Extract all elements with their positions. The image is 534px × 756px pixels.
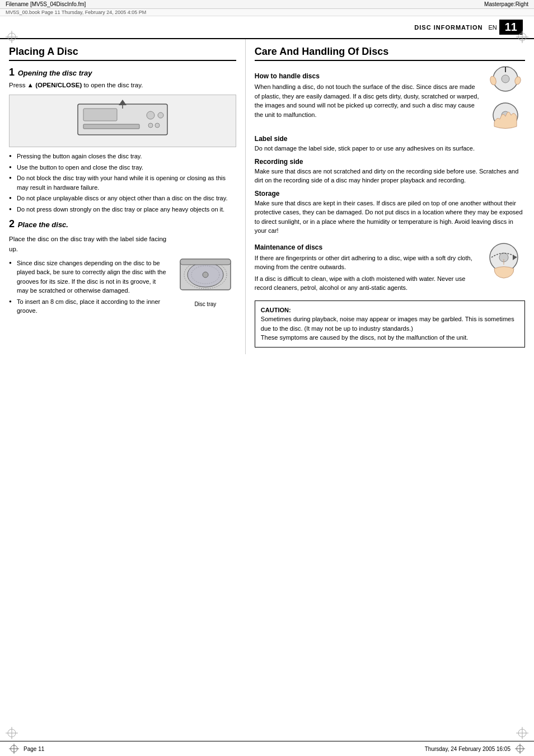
- step1-bullet-3: Do not block the disc tray with your han…: [9, 173, 236, 192]
- step2-area: Place the disc on the disc tray with the…: [9, 234, 236, 320]
- step1-bullet-4: Do not place unplayable discs or any obj…: [9, 194, 236, 203]
- sub-header-text: MV5S_00.book Page 11 Thursday, February …: [6, 10, 146, 15]
- footer-crosshair-right: [515, 744, 525, 754]
- step1-bullet-5: Do not press down strongly on the disc t…: [9, 205, 236, 214]
- crosshair-bottom-left: [6, 727, 18, 739]
- main-content: Placing A Disc 1 Opening the disc tray P…: [0, 39, 534, 354]
- page-title-text: DISC INFORMATION: [414, 24, 483, 31]
- svg-point-15: [147, 111, 154, 119]
- step2-title: Place the disc.: [18, 220, 68, 229]
- step1-body: Press ▲ (OPEN/CLOSE) to open the disc tr…: [9, 81, 236, 90]
- recording-side-body: Make sure that discs are not scratched a…: [255, 167, 525, 185]
- disc-handling-svg2: [486, 100, 525, 130]
- footer-bar: Page 11 Thursday, 24 February 2005 16:05: [0, 741, 534, 756]
- footer-date-label: Thursday, 24 February 2005 16:05: [425, 746, 510, 752]
- step1-bullet-1: Pressing the button again closes the dis…: [9, 152, 236, 161]
- cd-player-illustration: [9, 95, 236, 147]
- label-side-heading: Label side: [255, 135, 525, 143]
- right-section-title: Care And Handling Of Discs: [255, 46, 525, 61]
- maintenance-img: [483, 238, 525, 295]
- maintenance-text: Maintenance of discs If there are finger…: [255, 238, 479, 295]
- maintenance-svg: [483, 238, 525, 283]
- page-title-bar: DISC INFORMATION EN 11: [0, 16, 534, 39]
- step1-heading: 1 Opening the disc tray: [9, 67, 236, 78]
- how-to-handle-heading: How to handle discs: [255, 71, 481, 81]
- footer-right: Thursday, 24 February 2005 16:05: [425, 744, 525, 754]
- header-bar: Filename [MV5S_04DiscInfo.fm] Masterpage…: [0, 0, 534, 9]
- page-wrapper: Filename [MV5S_04DiscInfo.fm] Masterpage…: [0, 0, 534, 756]
- disc-tray-svg: [175, 248, 236, 298]
- footer-page-label: Page 11: [24, 746, 44, 752]
- maintenance-body1: If there are fingerprints or other dirt …: [255, 253, 479, 272]
- step2-text-block: Place the disc on the disc tray with the…: [9, 234, 169, 320]
- disc-tray-caption: Disc tray: [175, 301, 236, 307]
- step1-title: Opening the disc tray: [18, 69, 92, 77]
- svg-point-18: [155, 123, 160, 128]
- storage-body: Make sure that discs are kept in their c…: [255, 199, 525, 236]
- sub-header: MV5S_00.book Page 11 Thursday, February …: [0, 9, 534, 16]
- crosshair-bottom-right: [516, 727, 528, 739]
- step2-body: Place the disc on the disc tray with the…: [9, 234, 169, 254]
- disc-handling-svg1: [486, 67, 525, 97]
- handling-text: How to handle discs When handling a disc…: [255, 67, 481, 130]
- maintenance-heading: Maintenance of discs: [255, 242, 479, 252]
- handling-imgs: [486, 67, 525, 130]
- how-to-handle-body: When handling a disc, do not touch the s…: [255, 82, 481, 119]
- svg-marker-19: [119, 100, 127, 105]
- step2-bullet-list: Since disc size changes depending on the…: [9, 259, 169, 316]
- step2-number: 2: [9, 218, 15, 229]
- step1-bullet-list: Pressing the button again closes the dis…: [9, 152, 236, 214]
- footer-crosshair-left: [9, 744, 19, 754]
- label-side-body: Do not damage the label side, stick pape…: [255, 144, 525, 153]
- caution-box: CAUTION: Sometimes during playback, nois…: [255, 300, 525, 348]
- svg-rect-13: [83, 109, 117, 121]
- header-masterpage: Masterpage:Right: [484, 1, 528, 7]
- storage-heading: Storage: [255, 190, 525, 198]
- handling-area: How to handle discs When handling a disc…: [255, 67, 525, 130]
- right-column: Care And Handling Of Discs How to handle…: [246, 39, 534, 354]
- left-section-title: Placing A Disc: [9, 46, 236, 61]
- footer-left: Page 11: [9, 744, 44, 754]
- svg-point-25: [203, 272, 208, 278]
- maintenance-area: Maintenance of discs If there are finger…: [255, 238, 525, 295]
- step1-bullet-2: Use the button to open and close the dis…: [9, 163, 236, 172]
- disc-tray-img: Disc tray: [175, 248, 236, 307]
- header-filename: Filename [MV5S_04DiscInfo.fm]: [6, 1, 86, 7]
- page-en-label: EN: [488, 24, 496, 31]
- caution-label: CAUTION:: [261, 307, 291, 313]
- recording-side-heading: Recording side: [255, 158, 525, 166]
- crosshair-top-left: [6, 31, 18, 43]
- open-close-key: ▲ (OPEN/CLOSE): [27, 82, 82, 88]
- player-svg: [67, 98, 179, 143]
- crosshair-top-right: [516, 31, 528, 43]
- svg-rect-26: [180, 259, 231, 265]
- svg-point-17: [148, 123, 153, 128]
- maintenance-body2: If a disc is difficult to clean, wipe wi…: [255, 274, 479, 293]
- step2-bullet-1: Since disc size changes depending on the…: [9, 259, 169, 295]
- left-column: Placing A Disc 1 Opening the disc tray P…: [0, 39, 246, 354]
- step1-number: 1: [9, 67, 15, 78]
- svg-point-16: [158, 112, 163, 118]
- svg-point-28: [502, 75, 509, 83]
- svg-rect-14: [83, 124, 139, 129]
- step2-bullet-2: To insert an 8 cm disc, place it accordi…: [9, 297, 169, 316]
- step2-heading: 2 Place the disc.: [9, 218, 236, 230]
- caution-body: Sometimes during playback, noise may app…: [261, 316, 514, 341]
